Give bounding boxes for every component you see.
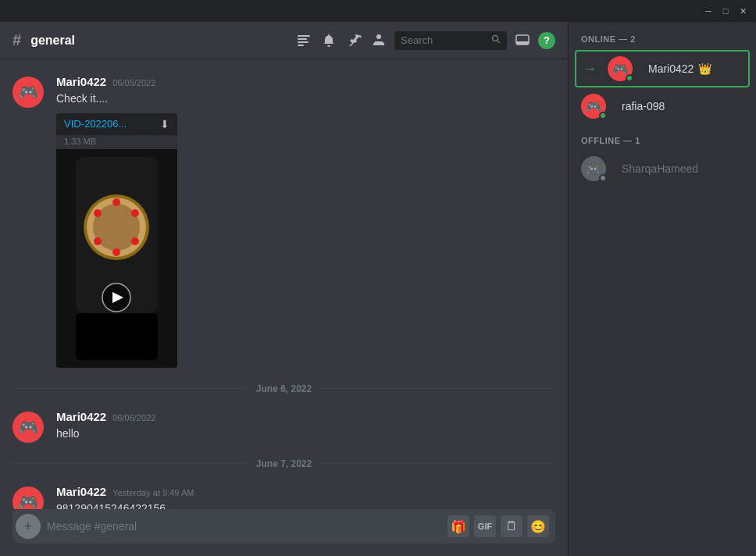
titlebar: ─ □ ✕	[0, 0, 756, 22]
gift-icon: 🎁	[451, 519, 466, 534]
date-line	[321, 388, 555, 389]
sticker-icon: 🗒	[505, 519, 518, 533]
attachment-filename: VID-202206...	[64, 118, 127, 130]
search-input[interactable]	[401, 34, 487, 46]
svg-rect-0	[298, 35, 310, 37]
notifications-icon[interactable]	[319, 31, 338, 50]
maximize-button[interactable]: □	[719, 4, 733, 18]
emoji-button[interactable]: 😊	[527, 515, 549, 537]
date-line	[12, 463, 247, 464]
member-avatar-wrap: 🎮	[581, 94, 606, 119]
message-text: 981290415246422156	[56, 501, 555, 509]
crown-badge: 👑	[698, 62, 711, 75]
message-content: Mari0422 06/05/2022 Check it.... VID-202…	[56, 75, 555, 368]
minimize-button[interactable]: ─	[701, 4, 715, 18]
threads-icon[interactable]	[294, 31, 313, 50]
input-actions: 🎁 GIF 🗒 😊	[448, 515, 549, 537]
avatar: 🎮	[12, 486, 44, 509]
sticker-button[interactable]: 🗒	[501, 515, 522, 537]
messages-area: 🎮 Mari0422 06/05/2022 Check it.... VID-2…	[0, 59, 568, 509]
app-body: # general	[0, 22, 756, 556]
close-button[interactable]: ✕	[736, 4, 750, 18]
channel-area: # general	[0, 22, 568, 556]
message-author: Mari0422	[56, 410, 106, 423]
online-section-title: ONLINE — 2	[575, 34, 750, 44]
avatar: 🎮	[12, 77, 44, 108]
discord-icon: 🎮	[612, 62, 628, 77]
message-input-box: + 🎁 GIF 🗒 😊	[12, 509, 555, 544]
message-group: 🎮 Mari0422 06/06/2022 hello	[0, 407, 568, 446]
svg-point-16	[112, 248, 120, 256]
message-input[interactable]	[47, 520, 441, 533]
arrow-indicator: →	[583, 61, 597, 77]
emoji-icon: 😊	[530, 519, 546, 534]
help-icon[interactable]: ?	[538, 32, 555, 49]
search-bar[interactable]	[394, 31, 507, 50]
svg-point-13	[112, 198, 120, 206]
svg-rect-21	[76, 313, 158, 360]
member-list: ONLINE — 2 → 🎮 Mari0422 👑 🎮	[569, 22, 756, 556]
gif-button[interactable]: GIF	[474, 515, 496, 537]
download-icon[interactable]: ⬇	[160, 118, 169, 130]
avatar-icon: 🎮	[19, 83, 38, 102]
member-item-rafia[interactable]: 🎮 rafia-098	[575, 89, 750, 123]
member-avatar-wrap: 🎮	[608, 56, 633, 81]
message-timestamp: 06/06/2022	[112, 413, 155, 422]
inbox-icon[interactable]	[513, 31, 532, 50]
discord-icon: 🎮	[586, 162, 601, 176]
message-content: Mari0422 06/06/2022 hello	[56, 410, 555, 443]
message-timestamp: Yesterday at 9:49 AM	[112, 488, 194, 497]
message-timestamp: 06/05/2022	[112, 78, 155, 87]
svg-point-17	[94, 237, 102, 245]
gif-label: GIF	[478, 522, 492, 531]
online-status-dot	[626, 74, 633, 82]
member-name-text: Mari0422	[648, 62, 694, 75]
video-preview-svg	[56, 149, 177, 368]
avatar-icon: 🎮	[19, 418, 38, 437]
message-input-area: + 🎁 GIF 🗒 😊	[0, 509, 568, 556]
message-header: Mari0422 06/06/2022	[56, 410, 555, 423]
message-header: Mari0422 Yesterday at 9:49 AM	[56, 485, 555, 498]
date-separator: June 7, 2022	[0, 452, 568, 476]
offline-section-title: OFFLINE — 1	[575, 136, 750, 145]
svg-point-14	[131, 209, 139, 217]
channel-name: general	[30, 34, 75, 48]
message-text: hello	[56, 426, 555, 442]
member-name: SharqaHameed	[622, 162, 698, 175]
pinned-icon[interactable]	[344, 31, 363, 50]
svg-rect-1	[298, 38, 307, 40]
offline-status-dot	[599, 174, 607, 182]
message-content: Mari0422 Yesterday at 9:49 AM 9812904152…	[56, 485, 555, 509]
video-thumbnail[interactable]	[56, 149, 177, 368]
gift-button[interactable]: 🎁	[448, 515, 469, 537]
member-item-mari0422[interactable]: → 🎮 Mari0422 👑	[575, 50, 750, 87]
attachment-size: 1.33 MB	[56, 135, 177, 149]
message-group: 🎮 Mari0422 Yesterday at 9:49 AM 98129041…	[0, 482, 568, 509]
svg-point-15	[131, 237, 139, 245]
channel-hash-icon: #	[12, 31, 21, 49]
attachment-header: VID-202206... ⬇	[56, 113, 177, 135]
add-file-button[interactable]: +	[16, 514, 41, 539]
video-attachment[interactable]: VID-202206... ⬇ 1.33 MB	[56, 113, 177, 368]
avatar-icon: 🎮	[19, 493, 38, 509]
video-bg	[56, 149, 177, 368]
message-header: Mari0422 06/05/2022	[56, 75, 555, 88]
members-icon[interactable]	[369, 31, 388, 50]
message-author: Mari0422	[56, 485, 106, 498]
channel-header: # general	[0, 22, 568, 59]
online-status-dot	[599, 112, 607, 119]
search-icon	[491, 34, 501, 46]
svg-point-4	[493, 36, 498, 41]
discord-icon: 🎮	[586, 99, 601, 114]
message-author: Mari0422	[56, 75, 106, 88]
date-text: June 7, 2022	[256, 458, 312, 469]
avatar: 🎮	[12, 412, 44, 443]
date-line	[12, 388, 247, 389]
svg-rect-7	[516, 41, 529, 45]
svg-point-18	[94, 209, 102, 217]
date-text: June 6, 2022	[256, 383, 312, 394]
member-item-sharqa[interactable]: 🎮 SharqaHameed	[575, 151, 750, 186]
svg-rect-2	[298, 41, 308, 43]
date-line	[321, 463, 555, 464]
svg-line-5	[497, 41, 500, 43]
